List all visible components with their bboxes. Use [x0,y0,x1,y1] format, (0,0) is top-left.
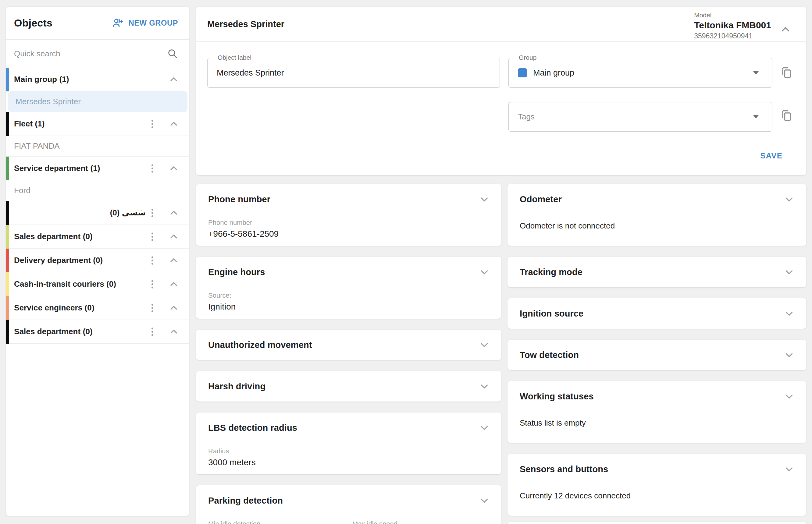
card-title: Working statuses [520,392,594,402]
chevron-down-icon[interactable] [782,265,796,279]
field-label: Radius [208,447,489,455]
group-color-strip [6,112,9,136]
chevron-up-icon[interactable] [167,73,180,86]
chevron-down-icon[interactable] [478,494,491,507]
group-label: Service engineers (0) [14,303,146,313]
group-row[interactable]: Delivery department (0) [6,249,189,272]
next-card-peek [508,522,806,524]
caret-down-icon [753,115,759,118]
field-value: Ignition [208,302,489,312]
new-group-button[interactable]: NEW GROUP [112,17,178,29]
field-label: Phone number [208,219,489,227]
group-label: شسی (0) [14,208,146,217]
chevron-up-icon[interactable] [167,162,180,175]
copy-icon[interactable] [779,65,794,80]
search-input[interactable] [14,49,167,59]
chevron-up-icon[interactable] [167,206,180,220]
card-header[interactable]: LBS detection radius [208,412,489,443]
card-title: Phone number [208,194,270,204]
card-title: Harsh driving [208,381,266,392]
chevron-down-icon[interactable] [782,307,796,320]
field-label: Max idle speed [352,520,397,524]
chevron-up-icon[interactable] [167,325,180,339]
card-body: Source:Ignition [208,292,489,312]
object-row[interactable]: Ford [6,180,189,201]
model-value: Teltonika FMB001 [694,20,771,31]
card-title: LBS detection radius [208,423,297,433]
sidebar-header: Objects NEW GROUP [6,7,189,39]
group-row[interactable]: Service department (1) [6,157,189,180]
card-body: Min idle detectionMax idle speed [208,516,489,524]
chevron-up-icon[interactable] [167,254,180,267]
kebab-menu-icon[interactable] [146,162,159,175]
group-label: Fleet (1) [14,119,146,129]
settings-card: Engine hours Source:Ignition [196,257,501,319]
tags-select[interactable]: Tags [508,102,773,132]
chevron-up-icon[interactable] [167,278,180,291]
kebab-menu-icon[interactable] [146,117,159,131]
card-header[interactable]: Sensors and buttons [520,454,794,485]
group-row[interactable]: Sales department (0) [6,320,189,344]
sidebar-title: Objects [14,17,52,29]
group-select[interactable]: Group Main group [508,58,773,88]
card-header[interactable]: Unauthorized movement [208,330,489,360]
chevron-up-icon[interactable] [779,22,793,36]
card-info-text: Odometer is not connected [520,221,794,231]
object-label-field: Object label [207,58,500,88]
chevron-down-icon[interactable] [782,462,796,476]
chevron-up-icon[interactable] [167,117,180,131]
group-row[interactable]: Fleet (1) [6,112,189,136]
group-row[interactable]: Cash-in-transit couriers (0) [6,272,189,296]
card-title: Odometer [520,194,562,204]
copy-icon[interactable] [779,108,794,123]
card-header[interactable]: Tow detection [520,340,794,370]
card-header[interactable]: Engine hours [208,257,489,287]
object-settings-card: Mersedes Sprinter Model Teltonika FMB001… [196,7,806,175]
settings-card: Sensors and buttons Currently 12 devices… [508,454,806,516]
chevron-down-icon[interactable] [478,421,491,435]
chevron-down-icon[interactable] [478,380,491,393]
kebab-menu-icon[interactable] [146,301,159,315]
card-header[interactable]: Ignition source [520,298,794,329]
chevron-down-icon[interactable] [478,265,491,279]
chevron-down-icon[interactable] [478,193,491,206]
card-header[interactable]: Parking detection [208,485,489,516]
card-header[interactable]: Working statuses [520,381,794,412]
kebab-menu-icon[interactable] [146,325,159,339]
chevron-down-icon[interactable] [782,390,796,403]
card-header[interactable]: Tracking mode [520,257,794,287]
group-row[interactable]: شسی (0) [6,201,189,225]
object-header: Mersedes Sprinter Model Teltonika FMB001… [196,7,806,42]
card-title: Tow detection [520,350,579,360]
save-button[interactable]: SAVE [755,147,787,164]
chevron-down-icon[interactable] [782,193,796,206]
group-select-value: Main group [533,68,753,78]
object-settings-page: { "accent_color": "#4285ca", "icons": { … [0,0,812,524]
card-header[interactable]: Phone number [208,184,489,214]
group-label: Main group (1) [14,75,146,84]
group-color-strip [6,225,9,249]
object-label: Mersedes Sprinter [16,97,179,106]
kebab-menu-icon[interactable] [146,206,159,220]
group-row[interactable]: Main group (1) [6,68,189,92]
kebab-menu-icon[interactable] [146,278,159,291]
kebab-menu-icon[interactable] [146,230,159,243]
chevron-down-icon[interactable] [782,348,796,362]
object-row[interactable]: FIAT PANDA [6,136,189,157]
object-row[interactable]: Mersedes Sprinter [7,92,188,112]
group-row[interactable]: Sales department (0) [6,225,189,249]
card-body: Radius3000 meters [208,447,489,467]
card-header[interactable]: Odometer [520,184,794,214]
card-header[interactable]: Harsh driving [208,371,489,402]
settings-card: Ignition source [508,298,806,329]
chevron-up-icon[interactable] [167,230,180,243]
chevron-up-icon[interactable] [167,301,180,315]
field-label: Source: [208,292,489,299]
new-group-label: NEW GROUP [129,19,178,28]
field-value: +966-5-5861-2509 [208,229,489,239]
group-row[interactable]: Service engineers (0) [6,296,189,320]
kebab-menu-icon[interactable] [146,254,159,267]
card-body: Currently 12 devices connected [520,491,794,501]
object-label-input[interactable] [208,68,499,78]
chevron-down-icon[interactable] [478,338,491,351]
